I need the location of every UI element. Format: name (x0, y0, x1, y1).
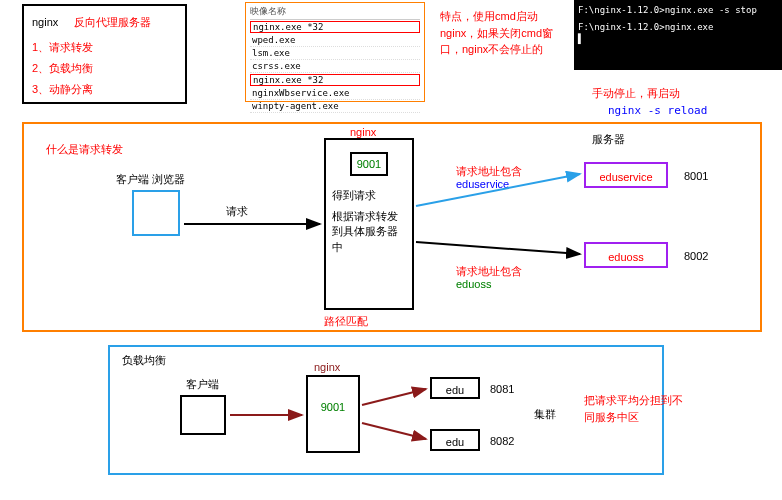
servers-label: 服务器 (592, 132, 625, 147)
forward-diagram: 什么是请求转发 客户端 浏览器 请求 nginx 9001 得到请求 根据请求转… (22, 122, 762, 332)
lb-svc1-port: 8081 (490, 383, 514, 395)
nginx-route-line: 中 (332, 240, 406, 255)
lb-client-box (180, 395, 226, 435)
info-title-left: nginx (32, 16, 58, 28)
svg-line-4 (362, 389, 426, 405)
task-row: nginxWbservice.exe (250, 87, 420, 100)
reload-cmd: nginx -s reload (608, 104, 707, 117)
lb-note-line: 把请求平均分担到不 (584, 392, 683, 409)
nginx-label: nginx (350, 126, 376, 138)
addr-contains-2: 请求地址包含 (456, 264, 522, 279)
lb-title: 负载均衡 (122, 353, 166, 368)
nginx-got: 得到请求 (332, 188, 406, 203)
task-row-hl: nginx.exe *32 (250, 74, 420, 86)
nginx-route-line: 到具体服务器 (332, 224, 406, 239)
task-header: 映像名称 (250, 5, 420, 20)
task-row: csrss.exe (250, 60, 420, 73)
loadbalance-diagram: 负载均衡 客户端 nginx 9001 edu 8081 edu 8082 集群 (108, 345, 664, 475)
term-line: F:\nginx-1.12.0>nginx.exe -s stop (578, 4, 778, 17)
lb-nginx-port: 9001 (308, 401, 358, 413)
stop-note: 手动停止，再启动 (592, 86, 680, 101)
term-line: F:\nginx-1.12.0>nginx.exe (578, 21, 778, 34)
svc2-key: eduoss (456, 278, 491, 290)
client-box (132, 190, 180, 236)
cmd-note-line: nginx，如果关闭cmd窗 (440, 25, 553, 42)
task-list: 映像名称 nginx.exe *32 wped.exe lsm.exe csrs… (245, 2, 425, 102)
path-match-label: 路径匹配 (324, 314, 368, 329)
lb-note-line: 同服务中区 (584, 409, 683, 426)
nginx-route-line: 根据请求转发 (332, 209, 406, 224)
task-row: lsm.exe (250, 47, 420, 60)
cmd-note-line: 口，nginx不会停止的 (440, 41, 553, 58)
info-title-right: 反向代理服务器 (74, 16, 151, 28)
svc2-port: 8002 (684, 250, 708, 262)
info-item-3: 3、动静分离 (32, 79, 177, 100)
svc1-port: 8001 (684, 170, 708, 182)
question-label: 什么是请求转发 (46, 142, 123, 157)
task-row: winpty-agent.exe (250, 100, 420, 113)
terminal: F:\nginx-1.12.0>nginx.exe -s stop F:\ngi… (574, 0, 782, 70)
svc1-box: eduservice (584, 162, 668, 188)
svg-line-5 (362, 423, 426, 439)
addr-contains-1: 请求地址包含 (456, 164, 522, 179)
lb-note: 把请求平均分担到不 同服务中区 (584, 392, 683, 425)
lb-client-label: 客户端 (186, 377, 219, 392)
svc1-key: eduservice (456, 178, 509, 190)
svc2-box: eduoss (584, 242, 668, 268)
lb-cluster-label: 集群 (534, 407, 556, 422)
term-cursor: ▌ (578, 33, 778, 46)
info-item-1: 1、请求转发 (32, 37, 177, 58)
nginx-box: 9001 得到请求 根据请求转发 到具体服务器 中 (324, 138, 414, 310)
lb-nginx-label: nginx (314, 361, 340, 373)
lb-nginx-box: 9001 (306, 375, 360, 453)
lb-svc1-box: edu (430, 377, 480, 399)
lb-svc2-box: edu (430, 429, 480, 451)
client-label: 客户端 浏览器 (116, 172, 185, 187)
svg-line-2 (416, 242, 580, 254)
nginx-port: 9001 (350, 152, 388, 176)
lb-svc2-port: 8082 (490, 435, 514, 447)
cmd-note: 特点，使用cmd启动 nginx，如果关闭cmd窗 口，nginx不会停止的 (440, 8, 553, 58)
task-row: wped.exe (250, 34, 420, 47)
cmd-note-line: 特点，使用cmd启动 (440, 8, 553, 25)
request-label: 请求 (226, 204, 248, 219)
info-item-2: 2、负载均衡 (32, 58, 177, 79)
task-row-hl: nginx.exe *32 (250, 21, 420, 33)
info-box: nginx 反向代理服务器 1、请求转发 2、负载均衡 3、动静分离 (22, 4, 187, 104)
